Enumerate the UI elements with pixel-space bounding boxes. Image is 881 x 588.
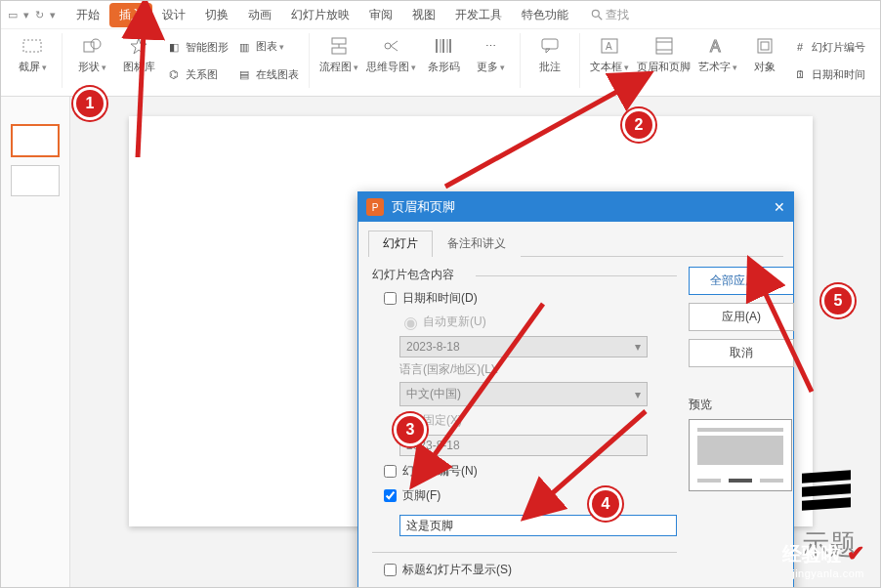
btn-slidenumber[interactable]: # 幻灯片编号 (788, 35, 869, 59)
svg-rect-26 (761, 42, 769, 50)
dialog-tabs: 幻灯片 备注和讲义 (368, 230, 783, 257)
language-combo[interactable]: 中文(中国)▾ (399, 382, 648, 406)
screenshot-icon (21, 35, 43, 57)
dialog-titlebar: P 页眉和页脚 ✕ (358, 192, 793, 222)
btn-onlinechart[interactable]: ▤ 在线图表 (232, 63, 303, 86)
tab-animation[interactable]: 动画 (238, 3, 281, 27)
radio-fixed[interactable]: 固定(X) (399, 412, 677, 429)
qat-redo-icon[interactable]: ↻ (35, 9, 44, 21)
checkbox-datetime[interactable]: 日期和时间(D) (380, 289, 677, 308)
barcode-icon (433, 35, 454, 57)
checkbox-hide-title[interactable]: 标题幻灯片不显示(S) (380, 561, 677, 579)
date-combo-value: 2023-8-18 (406, 340, 460, 354)
preview-label: 预览 (689, 397, 792, 413)
svg-rect-2 (23, 40, 41, 52)
btn-wordart[interactable]: A 艺术字 (694, 33, 741, 76)
qat-icon[interactable]: ▭ (8, 9, 18, 21)
quick-access-toolbar: ▭ ▾ ↻ ▾ (5, 9, 66, 21)
btn-object[interactable]: 对象 (741, 33, 788, 75)
rb-auto-input[interactable] (404, 317, 417, 330)
iconlib-icon (128, 35, 149, 57)
svg-line-1 (599, 17, 603, 21)
onlinechart-icon: ▤ (236, 66, 252, 82)
svg-marker-5 (131, 38, 147, 54)
dialog-tab-slide[interactable]: 幻灯片 (368, 231, 433, 257)
svg-text:A: A (606, 41, 612, 52)
dialog-title: 页眉和页脚 (392, 198, 455, 216)
btn-smartart[interactable]: ◧ 智能图形 (162, 35, 232, 59)
mindmap-icon (381, 35, 402, 57)
fixed-date-value: 2023-8-18 (406, 439, 460, 452)
cb-datetime-input[interactable] (384, 292, 397, 305)
dialog-app-icon: P (366, 198, 384, 216)
cb-footer-input[interactable] (384, 489, 397, 502)
tab-design[interactable]: 设计 (152, 3, 195, 27)
svg-rect-7 (332, 48, 346, 54)
fixed-date-field: 2023-8-18 (399, 435, 648, 456)
language-combo-value: 中文(中国) (406, 386, 461, 402)
svg-rect-6 (332, 38, 346, 44)
tab-review[interactable]: 审阅 (359, 3, 402, 27)
tab-insert[interactable]: 插入 (109, 3, 152, 27)
ribbon-insert: 截屏 形状 图标库 ◧ 智能图形 ⌬ 关系图 ▥ 图表 (1, 29, 880, 97)
object-icon (754, 35, 776, 57)
apply-all-button[interactable]: 全部应用(Y) (689, 267, 794, 295)
btn-iconlib[interactable]: 图标库 (115, 33, 162, 75)
cb-hidetitle-input[interactable] (384, 564, 397, 576)
svg-rect-17 (542, 39, 558, 49)
btn-mindmap[interactable]: 思维导图 (362, 33, 420, 76)
btn-comment[interactable]: 批注 (526, 33, 573, 75)
thumbnail-2[interactable] (11, 165, 60, 196)
cb-slidenum-input[interactable] (384, 465, 397, 478)
btn-textbox[interactable]: A 文本框 (586, 33, 633, 76)
svg-line-10 (391, 41, 398, 46)
footer-text-input[interactable] (399, 515, 677, 536)
slidenumber-icon: # (792, 39, 808, 55)
dialog-close-button[interactable]: ✕ (774, 199, 785, 215)
svg-point-9 (385, 43, 391, 49)
tab-start[interactable]: 开始 (66, 3, 109, 27)
header-footer-dialog: P 页眉和页脚 ✕ 幻灯片 备注和讲义 幻灯片包含内容 日期和时间(D) 自动更… (357, 191, 794, 588)
btn-screenshot[interactable]: 截屏 (9, 33, 56, 76)
btn-barcode[interactable]: 条形码 (420, 33, 467, 75)
shape-icon (81, 35, 103, 57)
datetime-icon: 🗓 (792, 66, 808, 82)
btn-relation[interactable]: ⌬ 关系图 (162, 63, 232, 86)
rb-fixed-input[interactable] (404, 416, 417, 429)
tab-devtools[interactable]: 开发工具 (445, 3, 512, 27)
thumbnail-1[interactable] (11, 124, 60, 157)
search-label: 查找 (606, 7, 629, 23)
btn-headerfooter[interactable]: 页眉和页脚 (633, 33, 694, 75)
smartart-icon: ◧ (166, 39, 182, 55)
cancel-button[interactable]: 取消 (689, 339, 794, 367)
preview-box (689, 419, 792, 491)
qat-more-icon[interactable]: ▾ (50, 9, 56, 21)
tab-special[interactable]: 特色功能 (512, 3, 578, 27)
svg-line-11 (391, 46, 398, 51)
tab-transition[interactable]: 切换 (195, 3, 238, 27)
search-box[interactable]: 查找 (590, 7, 629, 23)
date-combo[interactable]: 2023-8-18▾ (399, 336, 648, 357)
btn-shape[interactable]: 形状 (68, 33, 115, 76)
checkbox-slidenumber[interactable]: 幻灯片编号(N) (380, 462, 677, 481)
btn-more[interactable]: ⋯ 更多 (467, 33, 514, 76)
btn-chart[interactable]: ▥ 图表 (232, 35, 303, 59)
cb-footer-label: 页脚(F) (402, 487, 440, 504)
svg-point-4 (91, 39, 101, 49)
qat-dropdown-icon[interactable]: ▾ (23, 9, 29, 21)
rb-auto-label: 自动更新(U) (423, 314, 486, 330)
search-icon (590, 8, 604, 21)
rb-fixed-label: 固定(X) (423, 412, 462, 429)
btn-flowchart[interactable]: 流程图 (315, 33, 362, 76)
apply-button[interactable]: 应用(A) (689, 303, 794, 331)
relation-icon: ⌬ (166, 66, 182, 82)
radio-auto-update[interactable]: 自动更新(U) (399, 314, 677, 330)
dialog-tab-notes[interactable]: 备注和讲义 (433, 231, 521, 257)
chevron-down-icon: ▾ (635, 340, 641, 354)
language-label: 语言(国家/地区)(L): (399, 361, 677, 378)
btn-datetime[interactable]: 🗓 日期和时间 (788, 63, 869, 86)
tab-slideshow[interactable]: 幻灯片放映 (281, 3, 359, 27)
cb-slidenum-label: 幻灯片编号(N) (402, 463, 478, 480)
tab-view[interactable]: 视图 (402, 3, 445, 27)
checkbox-footer[interactable]: 页脚(F) (380, 486, 677, 505)
